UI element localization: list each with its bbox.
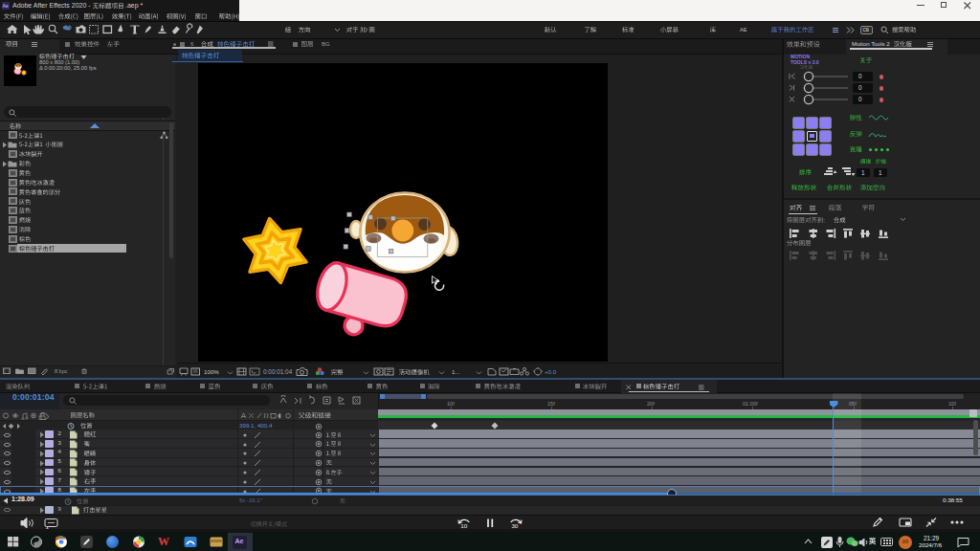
svg-text:10: 10 xyxy=(460,522,467,529)
svg-text:30: 30 xyxy=(511,522,518,529)
